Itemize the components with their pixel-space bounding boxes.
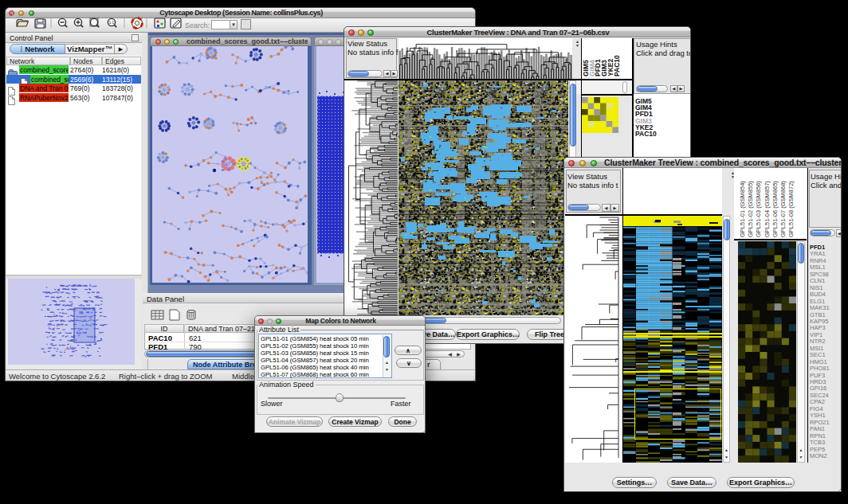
svg-text:1:1: 1:1 [109,21,115,25]
